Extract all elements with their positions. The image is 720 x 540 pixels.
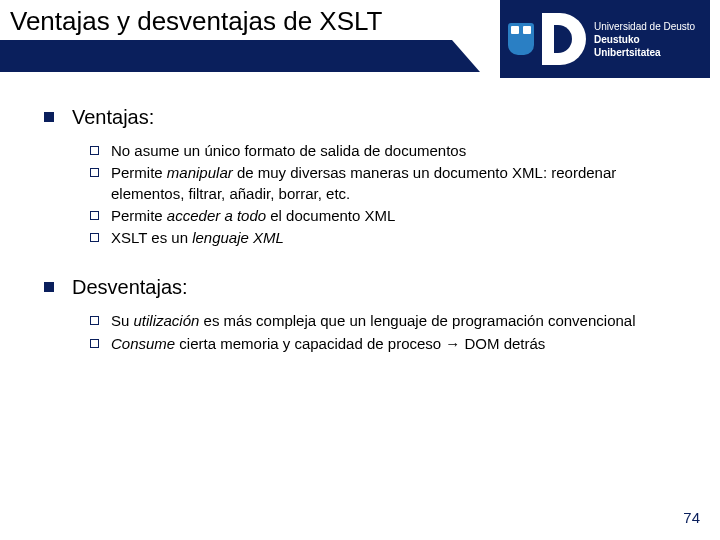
hollow-bullet-icon xyxy=(90,316,99,325)
logo-line1: Universidad de Deusto xyxy=(594,20,702,33)
list-item: XSLT es un lenguaje XML xyxy=(90,228,680,248)
slide-content: Ventajas: No asume un único formato de s… xyxy=(0,78,720,354)
list-item: Su utilización es más compleja que un le… xyxy=(90,311,680,331)
item-text: No asume un único formato de salida de d… xyxy=(111,141,680,161)
slide-header: Ventajas y desventajas de XSLT Universid… xyxy=(0,0,720,78)
list-item: Permite acceder a todo el documento XML xyxy=(90,206,680,226)
item-text: Su utilización es más compleja que un le… xyxy=(111,311,680,331)
square-bullet-icon xyxy=(44,112,54,122)
list-item: Permite manipular de muy diversas manera… xyxy=(90,163,680,204)
hollow-bullet-icon xyxy=(90,168,99,177)
university-logo: Universidad de Deusto Deustuko Unibertsi… xyxy=(500,0,710,78)
title-bar-notch xyxy=(452,40,480,72)
item-list: Su utilización es más compleja que un le… xyxy=(44,311,680,354)
letter-d-icon xyxy=(542,13,586,65)
section-heading: Desventajas: xyxy=(44,276,680,299)
item-text: Permite acceder a todo el documento XML xyxy=(111,206,680,226)
section-desventajas: Desventajas: Su utilización es más compl… xyxy=(44,276,680,354)
square-bullet-icon xyxy=(44,282,54,292)
section-heading: Ventajas: xyxy=(44,106,680,129)
hollow-bullet-icon xyxy=(90,211,99,220)
hollow-bullet-icon xyxy=(90,146,99,155)
slide-title: Ventajas y desventajas de XSLT xyxy=(10,6,382,37)
section-title: Ventajas: xyxy=(72,106,154,129)
item-text: Consume cierta memoria y capacidad de pr… xyxy=(111,334,680,354)
item-list: No asume un único formato de salida de d… xyxy=(44,141,680,248)
title-underline-bar xyxy=(0,40,452,72)
list-item: Consume cierta memoria y capacidad de pr… xyxy=(90,334,680,354)
shield-icon xyxy=(508,23,534,55)
hollow-bullet-icon xyxy=(90,339,99,348)
list-item: No asume un único formato de salida de d… xyxy=(90,141,680,161)
section-title: Desventajas: xyxy=(72,276,188,299)
section-ventajas: Ventajas: No asume un único formato de s… xyxy=(44,106,680,248)
item-text: XSLT es un lenguaje XML xyxy=(111,228,680,248)
hollow-bullet-icon xyxy=(90,233,99,242)
logo-line2: Deustuko Unibertsitatea xyxy=(594,33,702,59)
logo-text: Universidad de Deusto Deustuko Unibertsi… xyxy=(594,20,702,59)
item-text: Permite manipular de muy diversas manera… xyxy=(111,163,680,204)
page-number: 74 xyxy=(683,509,700,526)
